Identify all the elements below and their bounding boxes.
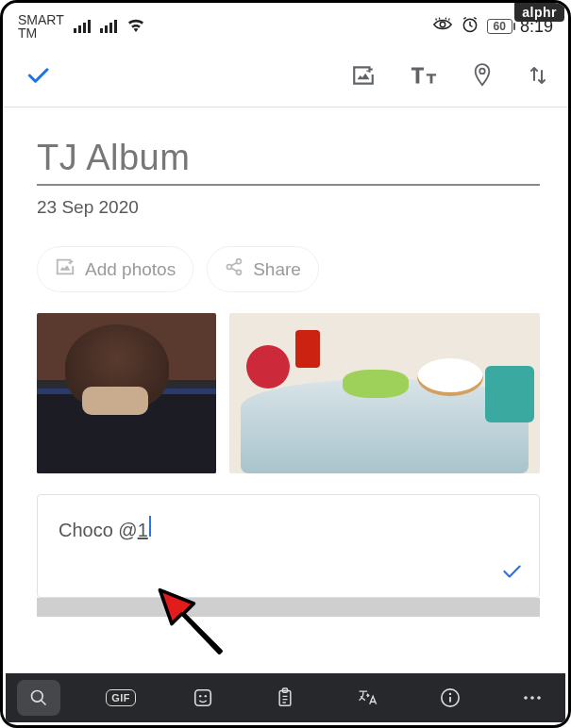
kb-info-button[interactable] (428, 680, 472, 716)
add-image-icon[interactable] (351, 63, 376, 88)
svg-point-11 (449, 693, 451, 695)
add-photos-label: Add photos (85, 259, 176, 280)
svg-point-7 (205, 695, 207, 697)
kb-sticker-button[interactable] (181, 680, 225, 716)
svg-point-4 (32, 691, 43, 703)
svg-point-14 (537, 696, 541, 700)
alarm-icon (461, 15, 479, 39)
sort-icon[interactable] (527, 63, 549, 88)
photo-gallery (3, 292, 568, 473)
caption-confirm-button[interactable] (499, 559, 524, 587)
svg-point-12 (524, 696, 528, 700)
caption-text[interactable]: Choco @ 1 (59, 516, 151, 541)
svg-point-1 (237, 259, 242, 264)
signal-icon-2 (100, 20, 117, 33)
next-item-peek (37, 598, 540, 617)
share-icon (225, 257, 244, 281)
add-image-small-icon (55, 256, 76, 282)
wifi-icon (126, 17, 145, 36)
text-cursor (149, 516, 151, 537)
signal-icon-1 (74, 20, 91, 33)
watermark-badge: alphr (514, 3, 564, 22)
kb-translate-button[interactable] (346, 680, 390, 716)
battery-indicator: 60 (487, 19, 512, 34)
kb-gif-button[interactable]: GIF (99, 680, 143, 716)
confirm-button[interactable] (24, 61, 52, 90)
keyboard-toolbar: GIF (6, 673, 565, 722)
photo-thumbnail[interactable] (229, 313, 540, 473)
kb-more-button[interactable] (511, 680, 554, 716)
svg-point-6 (199, 695, 201, 697)
carrier-label: SMART TM (18, 13, 64, 40)
add-photos-button[interactable]: Add photos (37, 246, 193, 292)
kb-search-button[interactable] (17, 680, 60, 716)
svg-point-13 (530, 696, 534, 700)
svg-rect-5 (195, 690, 211, 706)
text-format-icon[interactable] (410, 63, 438, 88)
share-label: Share (253, 259, 301, 280)
album-date: 23 Sep 2020 (37, 197, 540, 218)
eye-icon (432, 17, 453, 37)
svg-point-2 (227, 265, 232, 270)
app-frame: alphr SMART TM 60 8:19 (0, 0, 571, 728)
caption-input-card[interactable]: Choco @ 1 (37, 494, 540, 598)
album-title-input[interactable] (37, 134, 540, 186)
location-icon[interactable] (472, 62, 493, 89)
share-button[interactable]: Share (207, 246, 319, 292)
editor-toolbar (3, 48, 568, 107)
photo-thumbnail[interactable] (37, 313, 216, 473)
status-bar: SMART TM 60 8:19 (3, 3, 568, 48)
kb-clipboard-button[interactable] (263, 680, 307, 716)
svg-point-3 (237, 270, 242, 274)
